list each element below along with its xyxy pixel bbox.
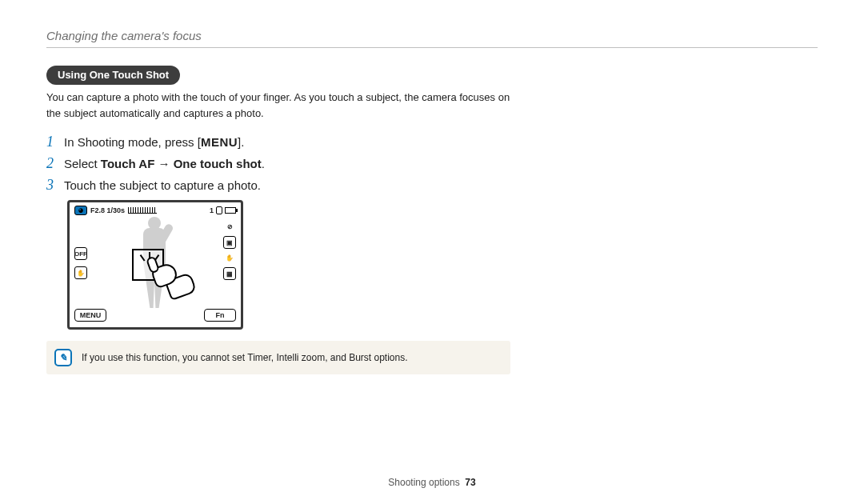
touch-hand-icon (146, 260, 196, 303)
footer-section: Shooting options (388, 477, 459, 488)
exposure-readout: F2.8 1/30s (90, 206, 125, 214)
header-divider (46, 47, 818, 48)
note-icon: ✎ (54, 349, 72, 366)
stabilizer-icon: ✋ (223, 254, 236, 262)
step-number: 3 (46, 177, 64, 194)
section-intro: You can capture a photo with the touch o… (46, 90, 526, 121)
lcd-top-right: 1 (210, 206, 236, 214)
flash-off-icon: ⊘ (223, 223, 236, 230)
soft-key-fn: Fn (204, 309, 236, 322)
step-2: 2 Select Touch AF → One touch shot. (46, 155, 818, 172)
size-icon: ▣ (223, 236, 236, 249)
camera-lcd-illustration: ◕ F2.8 1/30s 1 OFF ✋ ⊘ ▣ ✋ ▦ MENU Fn (67, 200, 243, 330)
lcd-soft-keys: MENU Fn (74, 309, 236, 323)
step-3: 3 Touch the subject to capture a photo. (46, 177, 818, 194)
shots-remaining: 1 (210, 206, 214, 214)
exposure-scale-icon (128, 207, 157, 214)
mode-icon: ◕ (74, 206, 87, 215)
step-bold-2: One touch shot (174, 157, 262, 170)
step-text-post: . (262, 157, 265, 170)
step-text: In Shooting mode, press [MENU]. (64, 135, 244, 149)
arrow-icon: → (154, 157, 173, 170)
page-footer: Shooting options 73 (0, 477, 864, 488)
step-text-pre: Select (64, 157, 101, 170)
lcd-right-icons: ⊘ ▣ ✋ ▦ (223, 223, 236, 280)
touch-icon: ✋ (74, 266, 87, 279)
lcd-left-icons: OFF ✋ (74, 247, 87, 279)
step-number: 1 (46, 134, 64, 150)
battery-icon (225, 207, 236, 214)
section-pill: Using One Touch Shot (46, 66, 180, 85)
note-box: ✎ If you use this function, you cannot s… (46, 341, 510, 374)
step-text: Touch the subject to capture a photo. (64, 178, 261, 192)
step-bold-1: Touch AF (101, 157, 155, 170)
step-text: Select Touch AF → One touch shot. (64, 157, 265, 170)
card-icon (216, 206, 222, 214)
note-text: If you use this function, you cannot set… (82, 352, 408, 363)
timer-off-icon: OFF (74, 247, 87, 260)
step-text-post: ]. (238, 135, 244, 149)
footer-page-number: 73 (465, 477, 475, 488)
soft-key-menu: MENU (74, 309, 106, 322)
metering-icon: ▦ (223, 267, 236, 280)
page-header-title: Changing the camera's focus (46, 29, 818, 42)
step-text-pre: In Shooting mode, press [ (64, 135, 201, 149)
lcd-top-bar: ◕ F2.8 1/30s 1 (74, 206, 236, 215)
step-1: 1 In Shooting mode, press [MENU]. (46, 134, 818, 150)
menu-label: MENU (201, 135, 238, 149)
step-number: 2 (46, 155, 64, 172)
